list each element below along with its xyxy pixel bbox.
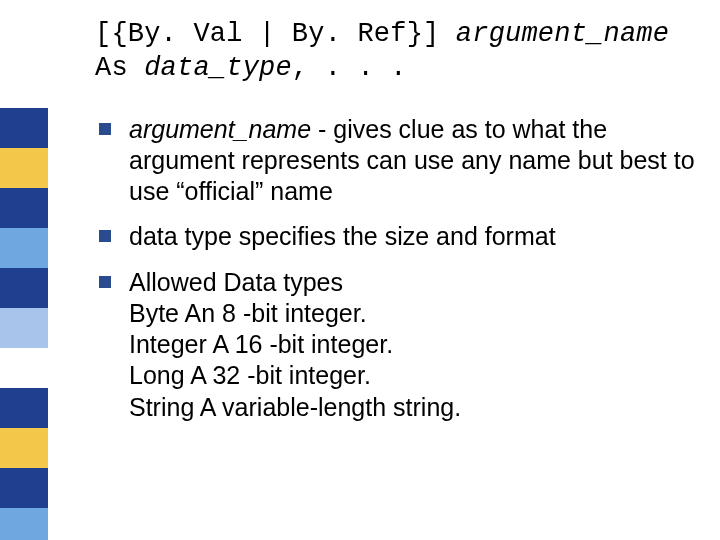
syntax-part: As: [95, 53, 144, 83]
syntax-data-type: data_type: [144, 53, 292, 83]
sidebar-stripe: [0, 348, 48, 388]
sidebar-stripe: [0, 268, 48, 308]
bullet-text: Allowed Data types Byte An 8 -bit intege…: [129, 268, 461, 421]
bullet-italic: argument_name: [129, 115, 311, 143]
bullet-list: argument_name - gives clue as to what th…: [95, 114, 715, 423]
sidebar-stripe: [0, 108, 48, 148]
sidebar-stripe: [0, 228, 48, 268]
slide-content: [{By. Val | By. Ref}] argument_name As d…: [95, 18, 715, 437]
bullet-text: data type specifies the size and format: [129, 222, 556, 250]
sidebar-stripe: [0, 148, 48, 188]
sidebar-stripe: [0, 468, 48, 508]
sidebar-stripe: [0, 188, 48, 228]
decorative-sidebar: [0, 0, 48, 540]
list-item: data type specifies the size and format: [95, 221, 715, 252]
bullet-square-icon: [99, 230, 111, 242]
sidebar-stripe: [0, 508, 48, 540]
sidebar-stripe: [0, 428, 48, 468]
bullet-square-icon: [99, 123, 111, 135]
syntax-arg-name: argument_name: [456, 19, 669, 49]
syntax-part: [{By. Val | By. Ref}]: [95, 19, 456, 49]
list-item: argument_name - gives clue as to what th…: [95, 114, 715, 208]
sidebar-stripe: [0, 308, 48, 348]
bullet-square-icon: [99, 276, 111, 288]
syntax-header: [{By. Val | By. Ref}] argument_name As d…: [95, 18, 715, 86]
syntax-part: , . . .: [292, 53, 407, 83]
sidebar-stripe: [0, 388, 48, 428]
list-item: Allowed Data types Byte An 8 -bit intege…: [95, 267, 715, 423]
